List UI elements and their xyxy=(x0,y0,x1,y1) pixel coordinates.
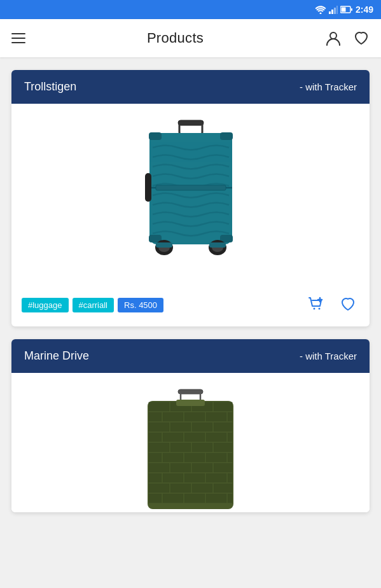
profile-icon[interactable] xyxy=(325,30,342,46)
green-suitcase-image xyxy=(141,388,240,512)
wifi-icon xyxy=(315,6,326,14)
svg-rect-57 xyxy=(206,453,226,462)
svg-rect-65 xyxy=(184,473,205,482)
svg-rect-61 xyxy=(192,463,212,472)
hamburger-menu-button[interactable] xyxy=(11,33,25,43)
svg-rect-46 xyxy=(163,433,183,442)
svg-rect-15 xyxy=(149,132,162,140)
svg-rect-62 xyxy=(214,463,232,472)
status-bar: 2:49 xyxy=(0,0,381,19)
header: Products xyxy=(0,19,381,57)
svg-rect-23 xyxy=(156,242,172,248)
svg-rect-44 xyxy=(214,423,232,431)
svg-rect-76 xyxy=(228,494,232,503)
svg-rect-48 xyxy=(206,433,226,442)
status-time: 2:49 xyxy=(356,4,373,15)
svg-rect-40 xyxy=(228,412,232,421)
svg-rect-43 xyxy=(192,423,212,431)
svg-rect-73 xyxy=(163,494,183,503)
product-actions-trollstigen xyxy=(305,293,359,318)
product-name-marine-drive: Marine Drive xyxy=(24,349,89,363)
svg-rect-7 xyxy=(341,8,345,12)
svg-rect-52 xyxy=(192,443,212,452)
svg-rect-41 xyxy=(149,423,169,431)
tag-luggage[interactable]: #luggage xyxy=(22,298,69,312)
svg-rect-72 xyxy=(149,494,162,503)
svg-point-8 xyxy=(330,32,336,39)
svg-rect-2 xyxy=(331,10,333,14)
product-header-marine-drive: Marine Drive - with Tracker xyxy=(11,339,370,373)
svg-rect-67 xyxy=(228,473,232,482)
product-image-marine-drive xyxy=(11,373,370,512)
svg-rect-66 xyxy=(206,473,226,482)
product-subtitle-trollstigen: - with Tracker xyxy=(300,81,357,92)
svg-rect-37 xyxy=(163,412,183,421)
product-header-trollstigen: Trollstigen - with Tracker xyxy=(11,70,370,104)
teal-suitcase-image xyxy=(140,119,242,269)
svg-rect-75 xyxy=(206,494,226,503)
svg-rect-13 xyxy=(145,173,151,202)
svg-rect-60 xyxy=(170,463,191,472)
svg-rect-56 xyxy=(184,453,205,462)
tag-carriall[interactable]: #carriall xyxy=(73,298,114,312)
svg-rect-63 xyxy=(149,473,162,482)
svg-rect-39 xyxy=(206,412,226,421)
svg-rect-24 xyxy=(209,242,226,248)
svg-rect-64 xyxy=(163,473,183,482)
product-footer-trollstigen: #luggage #carriall Rs. 4500 xyxy=(11,284,370,326)
svg-rect-51 xyxy=(170,443,191,452)
svg-rect-14 xyxy=(156,185,226,190)
svg-point-26 xyxy=(319,308,321,310)
product-tags-trollstigen: #luggage #carriall Rs. 4500 xyxy=(22,298,163,312)
svg-rect-49 xyxy=(228,433,232,442)
page-title: Products xyxy=(147,30,204,46)
hamburger-line-3 xyxy=(11,42,25,43)
hamburger-line-1 xyxy=(11,33,25,34)
header-actions xyxy=(325,30,370,46)
product-image-trollstigen xyxy=(11,104,370,284)
svg-rect-45 xyxy=(149,433,162,442)
svg-rect-77 xyxy=(176,400,205,406)
svg-rect-69 xyxy=(170,484,191,493)
svg-point-0 xyxy=(319,12,321,14)
svg-rect-6 xyxy=(351,8,352,11)
wishlist-button-trollstigen[interactable] xyxy=(336,293,359,318)
svg-rect-55 xyxy=(163,453,183,462)
svg-rect-59 xyxy=(149,463,169,472)
wishlist-icon[interactable] xyxy=(353,30,370,46)
svg-rect-71 xyxy=(214,484,232,493)
svg-rect-36 xyxy=(149,412,162,421)
svg-rect-53 xyxy=(214,443,232,452)
battery-icon xyxy=(340,6,353,13)
cart-icon xyxy=(307,295,325,313)
svg-rect-38 xyxy=(184,412,205,421)
svg-rect-16 xyxy=(220,132,233,140)
svg-rect-74 xyxy=(184,494,205,503)
svg-rect-32 xyxy=(149,402,169,411)
hamburger-line-2 xyxy=(11,38,25,39)
product-subtitle-marine-drive: - with Tracker xyxy=(300,351,357,361)
tag-price-trollstigen: Rs. 4500 xyxy=(118,298,163,312)
svg-rect-4 xyxy=(336,6,338,14)
svg-rect-50 xyxy=(149,443,169,452)
product-card-marine-drive: Marine Drive - with Tracker xyxy=(11,339,370,512)
signal-icon xyxy=(329,6,338,14)
status-icons: 2:49 xyxy=(315,4,373,15)
svg-rect-47 xyxy=(184,433,205,442)
main-content: Trollstigen - with Tracker xyxy=(0,57,381,525)
svg-point-25 xyxy=(314,308,315,310)
svg-rect-42 xyxy=(170,423,191,431)
add-to-cart-button-trollstigen[interactable] xyxy=(305,293,328,318)
svg-rect-70 xyxy=(192,484,212,493)
product-card-trollstigen: Trollstigen - with Tracker xyxy=(11,70,370,326)
svg-rect-68 xyxy=(149,484,169,493)
svg-rect-3 xyxy=(334,8,336,14)
product-name-trollstigen: Trollstigen xyxy=(24,80,76,94)
svg-rect-35 xyxy=(214,402,232,411)
heart-small-icon xyxy=(339,295,357,313)
svg-rect-1 xyxy=(329,11,331,14)
svg-rect-58 xyxy=(228,453,232,462)
svg-rect-54 xyxy=(149,453,162,462)
